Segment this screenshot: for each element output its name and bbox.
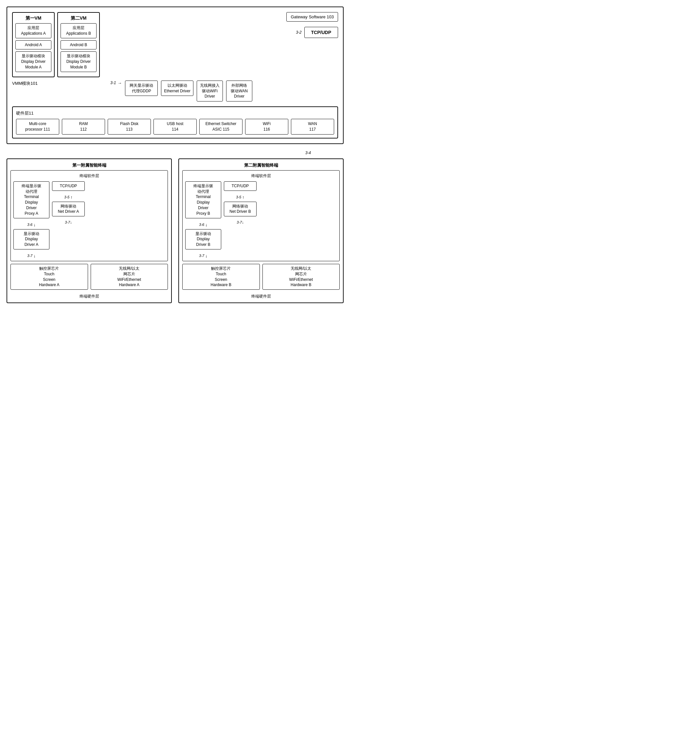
ta-3-5-label: 3-5 xyxy=(64,195,69,199)
wan-drv-line3: Driver xyxy=(229,94,249,99)
tb-net-line1: 网络驱动 xyxy=(227,204,254,209)
hw-wifi-line2: 116 xyxy=(248,127,285,132)
tb-touch-line1: 触控屏芯片 xyxy=(185,266,257,272)
eth-line2: Ethernet Driver xyxy=(164,88,191,94)
tb-proxy-line2: 动代理 xyxy=(188,189,218,194)
terminal-b-hw-row: 触控屏芯片 Touch Screen Hardware B 无线网/以太 网芯片… xyxy=(182,264,340,292)
terminal-a-netdrv-box: 网络驱动 Net Driver A xyxy=(52,202,85,217)
ta-arrow-3-7: 3-7 ↓ xyxy=(27,253,35,258)
tb-arrow-3-6: 3-6 ↓ xyxy=(199,222,207,227)
ta-proxy-line1: 终端显示驱 xyxy=(16,183,47,189)
ta-touch-line2: Touch xyxy=(13,272,85,277)
terminal-b-hw-area: 触控屏芯片 Touch Screen Hardware B 无线网/以太 网芯片… xyxy=(182,264,340,299)
terminal-b-sw-title: 终端软件层 xyxy=(185,173,337,179)
gddp-box: 网关显示驱动 代理GDDP xyxy=(125,81,158,96)
arrow-right-icon: → xyxy=(117,81,122,85)
ta-arrow-3-6: 3-6 ↓ xyxy=(27,222,35,227)
tb-arrow-3-7: 3-7 ↓ xyxy=(199,253,207,258)
terminal-b-left-col: 终端显示驱 动代理 Terminal Display Driver Proxy … xyxy=(185,181,221,258)
ta-arrow-3-5: 3-5 ↑ xyxy=(64,195,72,200)
hw-wan-line2: 117 xyxy=(294,127,331,132)
gddp-line2: 代理GDDP xyxy=(128,88,155,94)
arrow-3-1-area: 3-1 → xyxy=(110,81,122,85)
gateway-software-box: Gateway Software 103 xyxy=(286,12,338,22)
vm2-android-box: Android B xyxy=(60,40,97,50)
hw-ethernet: Ethernet Switcher ASIC 115 xyxy=(199,119,242,135)
vm1-app-sub: Applications A xyxy=(18,31,48,36)
tb-disp-line3: Driver B xyxy=(188,242,218,248)
terminal-a-wifi-eth-box: 无线网/以太 网芯片 WiFi/Ethernet Hardware A xyxy=(91,264,168,290)
tb-disp-line1: 显示驱动 xyxy=(188,231,218,237)
terminal-b-sw-content: 终端显示驱 动代理 Terminal Display Driver Proxy … xyxy=(185,181,337,258)
mid-arrows: 3-4 xyxy=(7,151,343,155)
tb-3-6-label: 3-6 xyxy=(199,223,204,226)
hw-components-row: Multi-core processor 111 RAM 112 Flash D… xyxy=(16,119,334,135)
tb-up-icon: ↑ xyxy=(242,195,245,200)
terminal-a-left-col: 终端显示驱 动代理 Terminal Display Driver Proxy … xyxy=(13,181,50,258)
vm2-title: 第二VM xyxy=(60,15,97,21)
mid-spacer xyxy=(13,151,305,155)
ta-net-line1: 网络驱动 xyxy=(55,204,82,209)
terminal-b-tcpudp-box: TCP/UDP xyxy=(224,181,257,191)
tb-disp-line2: Display xyxy=(188,236,218,242)
gateway-label: Gateway Software 103 xyxy=(291,15,334,19)
gateway-section: Gateway Software 103 3-2 TCP/UDP xyxy=(105,12,338,77)
hw-ram-line2: 112 xyxy=(65,127,102,132)
hw-flash: Flash Disk 113 xyxy=(108,119,151,135)
hw-usb-line1: USB host xyxy=(156,121,194,127)
terminal-a-box: 第一附属智能终端 终端软件层 终端显示驱 动代理 Terminal Displa… xyxy=(7,159,172,303)
vm1-app-box: 应用层 Applications A xyxy=(15,23,51,38)
tb-tcp-label: TCP/UDP xyxy=(227,183,254,189)
vm1-driver-box: 显示驱动模块 Display DriverModule A xyxy=(15,51,51,72)
vm1-title: 第一VM xyxy=(15,15,51,21)
diagram: 第一VM 应用层 Applications A Android A 显示驱动模块… xyxy=(7,7,343,303)
hw-ram-line1: RAM xyxy=(65,121,102,127)
wan-drv-line2: 驱动WAN xyxy=(229,88,249,94)
tb-arrow-3-5: 3-5 ↑ xyxy=(236,195,244,200)
vm1-driver-sub: Display DriverModule A xyxy=(18,59,48,70)
hw-flash-line2: 113 xyxy=(111,127,148,132)
hw-flash-line1: Flash Disk xyxy=(111,121,148,127)
vm2-app-box: 应用层 Applications B xyxy=(60,23,97,38)
tb-net-line2: Net Driver B xyxy=(227,209,254,214)
arrow-3-4-label: 3-4 xyxy=(305,151,311,155)
ta-3-7-right: 3-7 xyxy=(65,220,70,224)
terminal-a-display-box: 显示驱动 Display Driver A xyxy=(13,229,50,250)
terminal-a-right-col: TCP/UDP 3-5 ↑ 网络驱动 Net Driver A 3-7↓ xyxy=(52,181,85,224)
ta-up-icon: ↑ xyxy=(70,195,73,200)
terminal-b-hw-label: 终端硬件层 xyxy=(182,294,340,299)
wifi-drv-line2: 驱动WiFi xyxy=(200,88,220,94)
ta-wifi-line2: 网芯片 xyxy=(94,272,165,277)
tb-touch-line3: Screen xyxy=(185,277,257,282)
terminal-a-hw-row: 触控屏芯片 Touch Screen Hardware A 无线网/以太 网芯片… xyxy=(10,264,168,292)
vm2-container: 第二VM 应用层 Applications B Android B 显示驱动模块… xyxy=(57,12,100,77)
wan-driver-box: 外部网络 驱动WAN Driver xyxy=(226,81,252,101)
tb-wifi-line3: WiFi/Ethernet xyxy=(266,277,337,282)
tb-wifi-line2: 网芯片 xyxy=(266,272,337,277)
terminal-b-netdrv-box: 网络驱动 Net Driver B xyxy=(224,202,257,217)
hw-eth-line2: ASIC 115 xyxy=(202,127,239,132)
a3-4-text: 3-4 xyxy=(305,151,311,155)
top-area: 第一VM 应用层 Applications A Android A 显示驱动模块… xyxy=(12,12,338,77)
tb-down-icon2: ↓ xyxy=(205,253,207,258)
terminal-b-box: 第二附属智能终端 终端软件层 终端显示驱 动代理 Terminal Displa… xyxy=(178,159,343,303)
terminal-a-touch-box: 触控屏芯片 Touch Screen Hardware A xyxy=(10,264,88,290)
tb-wifi-line1: 无线网/以太 xyxy=(266,266,337,272)
vm1-app-title: 应用层 xyxy=(18,25,48,31)
terminal-b-display-box: 显示驱动 Display Driver B xyxy=(185,229,221,250)
tb-3-7-label: 3-7 xyxy=(199,254,204,258)
wifi-driver-box: 无线网接入 驱动WiFi Driver xyxy=(197,81,223,101)
ta-touch-line3: Screen xyxy=(13,277,85,282)
ta-proxy-line5: Driver xyxy=(16,205,47,211)
hw-wan-line1: WAN xyxy=(294,121,331,127)
vm2-driver-title: 显示驱动模块 xyxy=(63,53,94,59)
ta-arrow-3-7-right: 3-7↓ xyxy=(65,220,72,224)
terminals-row: 第一附属智能终端 终端软件层 终端显示驱 动代理 Terminal Displa… xyxy=(7,159,343,303)
terminal-a-hw-label: 终端硬件层 xyxy=(10,294,168,299)
arrow-3-1-label: 3-1 xyxy=(110,81,116,85)
ta-wifi-line3: WiFi/Ethernet xyxy=(94,277,165,282)
tb-arrow-3-7-right: 3-7↓ xyxy=(236,220,244,224)
terminal-b-right-col: TCP/UDP 3-5 ↑ 网络驱动 Net Driver B 3-7↓ xyxy=(224,181,257,224)
terminal-b-proxy-box: 终端显示驱 动代理 Terminal Display Driver Proxy … xyxy=(185,181,221,218)
wan-drv-line1: 外部网络 xyxy=(229,83,249,88)
